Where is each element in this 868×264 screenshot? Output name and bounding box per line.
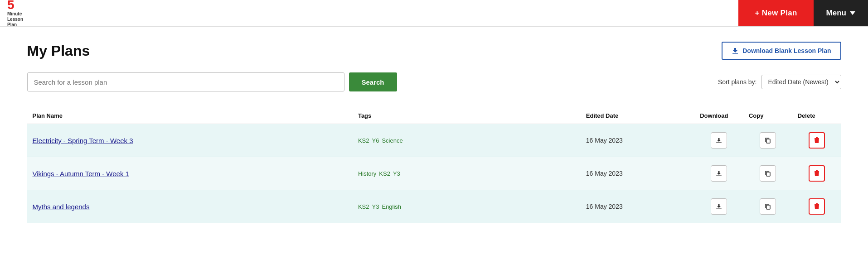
- download-cell: [694, 190, 743, 223]
- tag-link[interactable]: English: [382, 203, 401, 210]
- delete-button[interactable]: [809, 198, 825, 215]
- sort-select[interactable]: Edited Date (Newest) Edited Date (Oldest…: [761, 75, 841, 89]
- trash-icon: [814, 203, 820, 210]
- svg-rect-4: [817, 139, 817, 142]
- download-icon: [715, 137, 723, 144]
- trash-icon: [814, 137, 820, 144]
- svg-rect-11: [816, 205, 816, 208]
- tags-cell: HistoryKS2Y3: [353, 157, 581, 190]
- download-icon: [715, 170, 723, 177]
- tags-cell: KS2Y6Science: [353, 124, 581, 157]
- logo-text-line1: Minute: [7, 11, 22, 17]
- tag-link[interactable]: Y3: [393, 170, 400, 177]
- new-plan-button[interactable]: + New Plan: [738, 0, 813, 26]
- col-tags: Tags: [353, 108, 581, 124]
- edited-date: 16 May 2023: [581, 124, 694, 157]
- main-content: My Plans Download Blank Lesson Plan Sear…: [13, 27, 856, 223]
- svg-rect-0: [732, 53, 738, 54]
- copy-cell: [743, 190, 792, 223]
- tag-link[interactable]: KS2: [358, 137, 369, 144]
- svg-rect-6: [766, 172, 770, 176]
- col-copy: Copy: [743, 108, 792, 124]
- tag-link[interactable]: KS2: [358, 203, 369, 210]
- tag-link[interactable]: History: [358, 170, 376, 177]
- copy-icon: [764, 170, 771, 177]
- copy-icon: [764, 137, 771, 144]
- logo-text-line2: Lesson: [7, 17, 23, 22]
- table-header-row: Plan Name Tags Edited Date Download Copy…: [27, 108, 841, 124]
- logo-box: 5 Minute Lesson Plan: [7, 0, 23, 28]
- download-cell: [694, 157, 743, 190]
- delete-button[interactable]: [809, 132, 825, 149]
- svg-rect-12: [817, 205, 817, 208]
- copy-button[interactable]: [760, 198, 776, 215]
- table-row: Myths and legendsKS2Y3English16 May 2023: [27, 190, 841, 223]
- table-row: Vikings - Autumn Term - Week 1HistoryKS2…: [27, 157, 841, 190]
- plan-table: Plan Name Tags Edited Date Download Copy…: [27, 108, 841, 223]
- logo-five: 5: [7, 0, 15, 11]
- download-cell: [694, 124, 743, 157]
- download-blank-label: Download Blank Lesson Plan: [742, 47, 831, 54]
- copy-button[interactable]: [760, 165, 776, 182]
- download-blank-button[interactable]: Download Blank Lesson Plan: [722, 42, 841, 60]
- search-input[interactable]: [27, 72, 344, 91]
- svg-rect-1: [716, 143, 722, 144]
- search-button[interactable]: Search: [349, 72, 397, 91]
- svg-rect-8: [817, 172, 817, 175]
- delete-button[interactable]: [809, 165, 825, 182]
- col-edited: Edited Date: [581, 108, 694, 124]
- chevron-down-icon: [850, 11, 855, 15]
- svg-rect-9: [716, 209, 722, 210]
- svg-rect-5: [716, 176, 722, 177]
- edited-date: 16 May 2023: [581, 157, 694, 190]
- tag-link[interactable]: KS2: [379, 170, 390, 177]
- plan-name-link[interactable]: Myths and legends: [33, 203, 90, 211]
- download-icon: [715, 203, 723, 210]
- page-header: My Plans Download Blank Lesson Plan: [27, 42, 841, 60]
- delete-cell: [792, 190, 841, 223]
- search-left: Search: [27, 72, 397, 91]
- menu-label: Menu: [826, 9, 846, 18]
- copy-cell: [743, 157, 792, 190]
- search-row: Search Sort plans by: Edited Date (Newes…: [27, 72, 841, 91]
- edited-date: 16 May 2023: [581, 190, 694, 223]
- download-icon: [732, 47, 739, 54]
- delete-cell: [792, 124, 841, 157]
- plan-name-link[interactable]: Electricity - Spring Term - Week 3: [33, 137, 133, 144]
- tag-link[interactable]: Y6: [372, 137, 379, 144]
- copy-cell: [743, 124, 792, 157]
- col-plan-name: Plan Name: [27, 108, 353, 124]
- logo-text-line3: Plan: [7, 22, 17, 28]
- header-right: + New Plan Menu: [738, 0, 868, 26]
- sort-row: Sort plans by: Edited Date (Newest) Edit…: [718, 75, 841, 89]
- page-title: My Plans: [27, 43, 90, 59]
- col-download: Download: [694, 108, 743, 124]
- table-row: Electricity - Spring Term - Week 3KS2Y6S…: [27, 124, 841, 157]
- sort-label: Sort plans by:: [718, 78, 757, 86]
- svg-rect-10: [766, 205, 770, 209]
- menu-button[interactable]: Menu: [814, 0, 868, 26]
- plan-name-link[interactable]: Vikings - Autumn Term - Week 1: [33, 170, 129, 178]
- logo-area: 5 Minute Lesson Plan: [0, 0, 23, 28]
- download-button[interactable]: [711, 198, 727, 215]
- tags-cell: KS2Y3English: [353, 190, 581, 223]
- copy-button[interactable]: [760, 132, 776, 149]
- copy-icon: [764, 203, 771, 210]
- trash-icon: [814, 170, 820, 177]
- svg-rect-3: [816, 139, 816, 142]
- table-head: Plan Name Tags Edited Date Download Copy…: [27, 108, 841, 124]
- tag-link[interactable]: Y3: [372, 203, 379, 210]
- svg-rect-2: [766, 139, 770, 143]
- svg-rect-7: [816, 172, 816, 175]
- tag-link[interactable]: Science: [382, 137, 402, 144]
- table-body: Electricity - Spring Term - Week 3KS2Y6S…: [27, 124, 841, 223]
- col-delete: Delete: [792, 108, 841, 124]
- header: 5 Minute Lesson Plan + New Plan Menu: [0, 0, 868, 27]
- download-button[interactable]: [711, 165, 727, 182]
- delete-cell: [792, 157, 841, 190]
- download-button[interactable]: [711, 132, 727, 149]
